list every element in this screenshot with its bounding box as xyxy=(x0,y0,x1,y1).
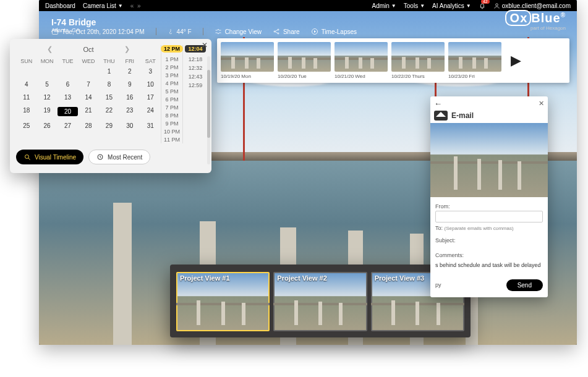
scrollbar[interactable] xyxy=(207,56,210,164)
notifications-bell-icon[interactable]: 42 xyxy=(479,2,486,9)
nav-dashboard[interactable]: Dashboard xyxy=(45,2,75,9)
filmstrip-thumb[interactable]: 10/23/20 Fri xyxy=(448,42,501,79)
chevron-right-icon[interactable]: ❯ xyxy=(124,45,130,53)
hour-option[interactable]: 5 PM xyxy=(165,88,178,95)
thumb-label: 10/20/20 Tue xyxy=(278,74,331,79)
filmstrip-thumb[interactable]: 10/19/20 Mon xyxy=(221,42,274,79)
day-cell[interactable]: 9 xyxy=(119,81,140,88)
day-cell xyxy=(16,68,36,75)
nav-ai-analytics[interactable]: AI Analytics▼ xyxy=(432,2,471,9)
nav-next-icon[interactable]: » xyxy=(137,2,141,9)
nav-admin[interactable]: Admin ▼ xyxy=(372,2,396,9)
day-cell[interactable]: 5 xyxy=(36,81,57,88)
day-cell xyxy=(78,68,98,75)
day-cell[interactable]: 21 xyxy=(78,107,98,116)
day-cell[interactable]: 12 xyxy=(36,94,57,101)
chevron-left-icon[interactable]: ❮ xyxy=(47,45,53,53)
nav-tools[interactable]: Tools ▼ xyxy=(404,2,425,9)
dow-label: SAT xyxy=(140,58,161,64)
day-cell[interactable]: 14 xyxy=(78,94,98,101)
svg-point-4 xyxy=(278,33,279,34)
dow-label: TUE xyxy=(58,58,78,64)
nav-user[interactable]: oxblue.client@email.com xyxy=(493,2,571,9)
nav-camera-list[interactable]: Camera List ▼ xyxy=(83,2,123,9)
thumb-label: 10/19/20 Mon xyxy=(221,74,274,79)
thumb-label: 10/21/20 Wed xyxy=(334,74,388,79)
send-button[interactable]: Send xyxy=(506,279,543,291)
dow-label: FRI xyxy=(119,58,140,64)
day-cell[interactable]: 22 xyxy=(99,107,119,116)
from-input[interactable] xyxy=(435,211,543,222)
day-cell[interactable]: 13 xyxy=(58,94,78,101)
svg-point-0 xyxy=(495,3,498,6)
day-cell[interactable]: 4 xyxy=(16,81,36,88)
day-cell[interactable]: 20 xyxy=(58,107,78,116)
project-view-title: Project View #3 xyxy=(375,274,425,282)
most-recent-button[interactable]: Most Recent xyxy=(88,150,150,164)
day-cell[interactable]: 11 xyxy=(16,94,36,101)
hour-option[interactable]: 8 PM xyxy=(165,112,178,119)
hour-option[interactable]: 2 PM xyxy=(165,64,178,70)
hour-option[interactable]: 9 PM xyxy=(165,121,178,127)
day-cell[interactable]: 28 xyxy=(78,122,98,129)
day-cell[interactable]: 17 xyxy=(140,94,161,101)
hour-option[interactable]: 1 PM xyxy=(165,56,178,62)
day-cell[interactable]: 25 xyxy=(16,122,36,129)
day-cell[interactable]: 26 xyxy=(36,122,57,129)
day-cell[interactable]: 2 xyxy=(119,68,140,75)
notifications-badge: 42 xyxy=(481,0,490,4)
datetime-picker-trigger[interactable]: Tue, Oct 20th, 2020 12:04 PM xyxy=(51,28,145,35)
day-cell[interactable]: 24 xyxy=(140,107,161,116)
hour-selected[interactable]: 12 PM xyxy=(161,45,183,53)
day-cell[interactable]: 16 xyxy=(119,94,140,101)
hour-option[interactable]: 7 PM xyxy=(165,104,178,111)
day-cell[interactable]: 19 xyxy=(36,107,57,116)
svg-point-6 xyxy=(25,155,29,159)
filmstrip-thumb[interactable]: 10/20/20 Tue xyxy=(278,42,331,79)
day-cell[interactable]: 23 xyxy=(119,107,140,116)
hour-option[interactable]: 11 PM xyxy=(164,137,180,143)
hour-option[interactable]: 6 PM xyxy=(165,96,178,103)
day-cell[interactable]: 7 xyxy=(78,81,98,88)
minute-option[interactable]: 12:43 xyxy=(189,74,203,80)
visual-timeline-button[interactable]: Visual Timeline xyxy=(16,150,83,164)
day-cell[interactable]: 6 xyxy=(58,81,78,88)
change-view-button[interactable]: Change View xyxy=(215,28,262,35)
to-label: To: (Separate emails with commas) xyxy=(435,225,543,231)
svg-point-3 xyxy=(278,29,279,30)
back-arrow-icon[interactable]: ← xyxy=(434,99,442,108)
from-label: From: xyxy=(435,203,543,210)
subject-label: Subject: xyxy=(435,237,543,244)
day-cell[interactable]: 15 xyxy=(99,94,119,101)
send-copy-link[interactable]: py xyxy=(435,282,441,288)
close-icon[interactable]: ✕ xyxy=(539,100,544,108)
day-cell[interactable]: 8 xyxy=(99,81,119,88)
share-button[interactable]: Share xyxy=(273,28,300,35)
hour-option[interactable]: 4 PM xyxy=(165,80,178,87)
minute-option[interactable]: 12:32 xyxy=(189,65,203,71)
hour-option[interactable]: 10 PM xyxy=(164,129,180,135)
thumb-label: 10/22/20 Thurs xyxy=(391,74,445,79)
day-cell[interactable]: 18 xyxy=(16,107,36,116)
day-cell[interactable]: 27 xyxy=(58,122,78,129)
day-cell[interactable]: 29 xyxy=(99,122,119,129)
filmstrip-thumb[interactable]: 10/22/20 Thurs xyxy=(391,42,445,79)
minute-option[interactable]: 12:59 xyxy=(189,82,203,88)
project-view-thumb[interactable]: Project View #2 xyxy=(273,272,367,331)
hour-option[interactable]: 3 PM xyxy=(165,72,178,78)
filmstrip-play-icon[interactable]: ▶ xyxy=(505,45,526,76)
minute-option[interactable]: 12:18 xyxy=(189,56,203,62)
dow-label: WED xyxy=(78,58,98,64)
day-cell[interactable]: 30 xyxy=(119,122,140,129)
day-cell[interactable]: 10 xyxy=(140,81,161,88)
dow-label: MON xyxy=(36,58,57,64)
thumb-label: 10/23/20 Fri xyxy=(448,74,501,79)
project-view-thumb[interactable]: Project View #1 xyxy=(176,272,270,331)
nav-prev-icon[interactable]: « xyxy=(130,2,134,9)
day-cell[interactable]: 31 xyxy=(140,122,161,129)
filmstrip-thumb[interactable]: 10/21/20 Wed xyxy=(334,42,388,79)
close-icon[interactable]: ✕ xyxy=(202,41,208,49)
day-cell[interactable]: 1 xyxy=(99,68,119,75)
day-cell[interactable]: 3 xyxy=(140,68,161,75)
timelapses-button[interactable]: Time-Lapses xyxy=(311,28,357,35)
